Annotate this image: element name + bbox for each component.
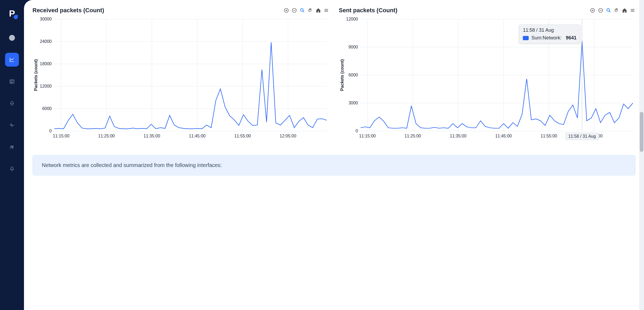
logo[interactable]: P — [5, 6, 19, 20]
bell-icon — [9, 101, 15, 106]
sidebar-item-status[interactable] — [5, 31, 19, 45]
menu-button[interactable] — [323, 7, 329, 13]
svg-text:Packets (count): Packets (count) — [340, 59, 344, 91]
svg-text:11:45:00: 11:45:00 — [189, 134, 205, 138]
svg-text:11:25:00: 11:25:00 — [98, 134, 115, 138]
zoom-in-button[interactable] — [590, 7, 596, 13]
svg-text:12:05:00: 12:05:00 — [280, 134, 296, 138]
pulse-icon — [9, 123, 15, 128]
svg-text:11:55:00: 11:55:00 — [234, 134, 251, 138]
svg-text:11:15:00: 11:15:00 — [359, 134, 376, 138]
chart-toolbar — [590, 7, 635, 13]
zoom-out-button[interactable] — [291, 7, 297, 13]
bell-icon — [9, 166, 15, 172]
line-chart-icon — [9, 57, 15, 62]
sidebar-item-team[interactable] — [5, 140, 19, 154]
info-banner: Network metrics are collected and summar… — [32, 155, 635, 176]
chart-toolbar — [283, 7, 329, 13]
pan-button[interactable] — [614, 7, 619, 13]
svg-text:6000: 6000 — [348, 73, 358, 77]
svg-text:0: 0 — [49, 129, 52, 133]
sidebar-item-alerts[interactable] — [5, 96, 19, 110]
pan-button[interactable] — [307, 7, 313, 13]
svg-text:30000: 30000 — [40, 17, 52, 21]
svg-text:Packets (count): Packets (count) — [34, 59, 38, 91]
scrollbar[interactable] — [639, 0, 644, 310]
menu-icon — [630, 8, 635, 13]
svg-text:3000: 3000 — [348, 101, 358, 105]
menu-icon — [324, 8, 329, 13]
svg-text:11:15:00: 11:15:00 — [53, 134, 69, 138]
sidebar: P — [0, 0, 24, 310]
plus-circle-icon — [590, 8, 595, 13]
svg-text:24000: 24000 — [40, 39, 52, 44]
zoom-button[interactable] — [299, 7, 305, 13]
svg-point-33 — [607, 9, 609, 11]
svg-text:11:55:00: 11:55:00 — [541, 134, 557, 138]
svg-text:12000: 12000 — [40, 84, 52, 88]
search-icon — [606, 8, 611, 13]
hand-icon — [614, 8, 619, 13]
reset-axes-button[interactable] — [622, 7, 627, 13]
sidebar-item-notifications[interactable] — [5, 162, 19, 176]
minus-circle-icon — [598, 8, 603, 13]
svg-text:18000: 18000 — [40, 62, 52, 66]
scrollbar-thumb[interactable] — [640, 112, 643, 152]
reset-axes-button[interactable] — [315, 7, 321, 13]
menu-button[interactable] — [630, 7, 635, 13]
chart-title: Received packets (Count) — [32, 7, 104, 14]
minus-circle-icon — [292, 8, 297, 13]
main-content: Received packets (Count) 060001200018000… — [24, 0, 644, 310]
chart-sent-packets: Sent packets (Count) 0300060009000120001… — [339, 7, 635, 142]
chart-plot-area[interactable]: 060001200018000240003000011:15:0011:25:0… — [32, 17, 329, 142]
svg-text:12000: 12000 — [346, 17, 358, 21]
hand-icon — [308, 8, 313, 13]
sidebar-item-metrics[interactable] — [5, 53, 19, 67]
logo-accent-icon — [14, 15, 18, 19]
chart-hover-x-label: 11:58 / 31 Aug — [565, 133, 599, 140]
home-icon — [316, 8, 321, 13]
svg-text:11:35:00: 11:35:00 — [450, 134, 466, 138]
svg-text:9000: 9000 — [348, 45, 358, 49]
svg-text:11:35:00: 11:35:00 — [144, 134, 160, 138]
zoom-out-button[interactable] — [598, 7, 604, 13]
chart-plot-area[interactable]: 03000600090001200011:15:0011:25:0011:35:… — [339, 17, 635, 142]
sidebar-item-activity[interactable] — [5, 118, 19, 132]
chart-received-packets: Received packets (Count) 060001200018000… — [32, 7, 329, 142]
users-icon — [9, 144, 15, 150]
home-icon — [622, 8, 627, 13]
svg-text:0: 0 — [356, 129, 358, 133]
svg-point-1 — [11, 146, 12, 147]
chart-title: Sent packets (Count) — [339, 7, 397, 14]
search-icon — [300, 8, 305, 13]
zoom-in-button[interactable] — [283, 7, 289, 13]
zoom-button[interactable] — [606, 7, 612, 13]
svg-point-2 — [12, 146, 13, 147]
status-dot-icon — [9, 35, 15, 41]
svg-text:11:25:00: 11:25:00 — [405, 134, 421, 138]
browser-icon — [9, 79, 15, 84]
sidebar-item-dashboards[interactable] — [5, 75, 19, 88]
plus-circle-icon — [284, 8, 289, 13]
info-banner-text: Network metrics are collected and summar… — [42, 162, 222, 168]
svg-text:11:45:00: 11:45:00 — [495, 134, 512, 138]
svg-point-5 — [300, 9, 303, 11]
svg-text:6000: 6000 — [42, 106, 52, 111]
